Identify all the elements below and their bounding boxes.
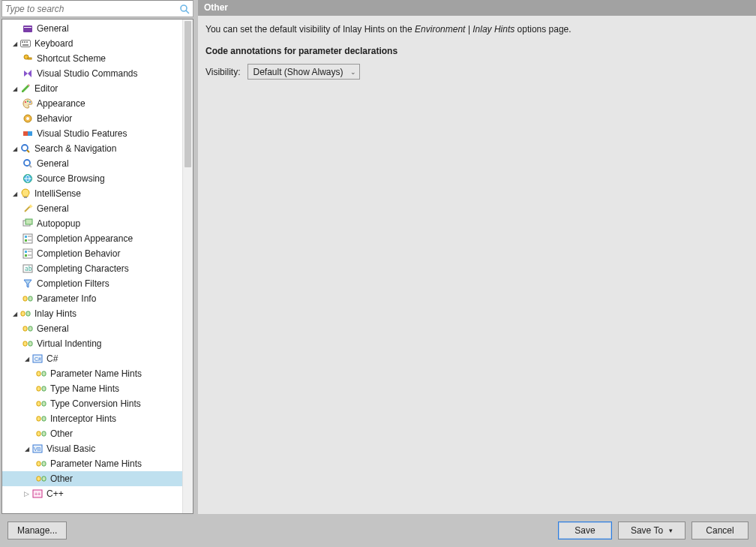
search-input[interactable]: [2, 2, 178, 16]
list-icon: [22, 248, 34, 260]
tree-item-shortcut-scheme[interactable]: Shortcut Scheme: [2, 51, 182, 66]
tree-item-csharp[interactable]: C#C#: [2, 351, 182, 366]
save-button[interactable]: Save: [558, 521, 612, 539]
tree-item-vs-commands[interactable]: Visual Studio Commands: [2, 66, 182, 81]
expander-icon[interactable]: [22, 441, 32, 457]
expander-icon[interactable]: [10, 306, 20, 322]
tree-item-keyboard[interactable]: Keyboard: [2, 36, 182, 51]
hint-icon: [22, 323, 34, 335]
svg-rect-56: [42, 416, 46, 421]
tree-label: Completion Filters: [37, 276, 110, 291]
tree-item-search-nav[interactable]: Search & Navigation: [2, 141, 182, 156]
svg-rect-41: [21, 311, 25, 316]
expander-icon[interactable]: [10, 36, 20, 52]
scrollbar-thumb[interactable]: [184, 21, 191, 167]
svg-rect-54: [42, 401, 46, 406]
search-container: [2, 0, 194, 17]
tree-label: Visual Studio Features: [37, 126, 128, 141]
tree-item-intellisense[interactable]: IntelliSense: [2, 186, 182, 201]
tree-label: Behavior: [37, 111, 72, 126]
expander-icon[interactable]: [10, 141, 20, 157]
content: You can set the default visibility of In…: [198, 16, 756, 87]
svg-point-15: [26, 117, 29, 120]
tree-label: Keyboard: [34, 36, 73, 51]
tree-item-source-browsing[interactable]: Source Browsing: [2, 171, 182, 186]
tree-label: Parameter Name Hints: [50, 456, 142, 471]
svg-line-19: [27, 150, 29, 152]
tree-item-param-info[interactable]: Parameter Info: [2, 291, 182, 306]
save-to-button[interactable]: Save To▾: [618, 521, 686, 539]
tree-item-sn-general[interactable]: General: [2, 156, 182, 171]
char-icon: ab: [22, 263, 34, 275]
tree-label: Type Name Hints: [50, 381, 119, 396]
tree-label: Parameter Name Hints: [50, 366, 142, 381]
visibility-combo[interactable]: Default (Show Always) ⌄: [248, 64, 360, 80]
hint-icon: [22, 293, 34, 305]
svg-rect-5: [22, 41, 23, 43]
hint-prefix: You can set the default visibility of In…: [206, 24, 415, 35]
tree-item-comp-behavior[interactable]: Completion Behavior: [2, 246, 182, 261]
tree-item-vb-other[interactable]: Other: [2, 471, 182, 486]
tree-item-cs-type-conv[interactable]: Type Conversion Hints: [2, 396, 182, 411]
manage-button[interactable]: Manage...: [8, 521, 67, 539]
search-icon[interactable]: [178, 2, 191, 16]
tree-item-cs-param-hints[interactable]: Parameter Name Hints: [2, 366, 182, 381]
tree-item-vs-features[interactable]: Visual Studio Features: [2, 126, 182, 141]
expander-icon[interactable]: [10, 186, 20, 202]
combo-value: Default (Show Always): [253, 67, 343, 77]
tree-item-appearance[interactable]: Appearance: [2, 96, 182, 111]
tree-item-editor[interactable]: Editor: [2, 81, 182, 96]
svg-rect-44: [28, 326, 32, 331]
tree-item-general[interactable]: General: [2, 21, 182, 36]
cancel-button[interactable]: Cancel: [692, 521, 748, 539]
tree[interactable]: General Keyboard Shortcut Scheme Visual …: [2, 20, 182, 513]
svg-rect-2: [23, 26, 32, 32]
tree-label: General: [37, 321, 69, 336]
expander-icon[interactable]: [22, 486, 32, 501]
svg-rect-17: [28, 131, 32, 136]
tree-item-autopopup[interactable]: Autopopup: [2, 216, 182, 231]
footer: Manage... Save Save To▾ Cancel: [0, 514, 756, 547]
tree-label: Completion Appearance: [37, 231, 133, 246]
button-label: Cancel: [706, 525, 734, 536]
tree-item-cpp[interactable]: ++C++: [2, 486, 182, 501]
expander-icon[interactable]: [22, 351, 32, 367]
button-label: Save: [574, 525, 595, 536]
tree-item-virtual-indent[interactable]: Virtual Indenting: [2, 336, 182, 351]
svg-rect-52: [42, 386, 46, 391]
svg-rect-43: [23, 326, 27, 331]
keyboard-icon: [20, 38, 32, 50]
tree-item-behavior[interactable]: Behavior: [2, 111, 182, 126]
tree-item-inlay-hints[interactable]: Inlay Hints: [2, 306, 182, 321]
funnel-icon: [22, 278, 34, 290]
hint-icon: [35, 398, 47, 410]
puzzle-icon: [22, 128, 34, 140]
svg-rect-57: [37, 431, 40, 436]
expander-icon[interactable]: [10, 81, 20, 97]
magnifier-icon: [22, 158, 34, 170]
tree-item-comp-filters[interactable]: Completion Filters: [2, 276, 182, 291]
tree-item-cs-other[interactable]: Other: [2, 426, 182, 441]
palette-icon: [22, 98, 34, 110]
svg-rect-26: [26, 219, 32, 224]
chevron-down-icon: ⌄: [350, 68, 356, 76]
svg-rect-42: [26, 311, 30, 316]
tree-item-cs-type-hints[interactable]: Type Name Hints: [2, 381, 182, 396]
tree-item-vb[interactable]: VBVisual Basic: [2, 441, 182, 456]
tree-label: IntelliSense: [34, 186, 81, 201]
gear-icon: [22, 113, 34, 125]
tree-label: C++: [46, 486, 64, 501]
tree-item-ih-general[interactable]: General: [2, 321, 182, 336]
tree-item-is-general[interactable]: General: [2, 201, 182, 216]
svg-rect-3: [24, 27, 32, 28]
svg-text:++: ++: [34, 491, 40, 497]
svg-point-11: [25, 101, 26, 103]
tree-item-comp-chars[interactable]: abCompleting Characters: [2, 261, 182, 276]
svg-rect-40: [28, 296, 32, 301]
magnifier-icon: [20, 143, 32, 155]
tree-item-vb-param-hints[interactable]: Parameter Name Hints: [2, 456, 182, 471]
tree-item-comp-appearance[interactable]: Completion Appearance: [2, 231, 182, 246]
tree-scrollbar[interactable]: [182, 20, 193, 513]
tree-item-cs-interceptor[interactable]: Interceptor Hints: [2, 411, 182, 426]
search-input-wrap: [2, 0, 194, 17]
